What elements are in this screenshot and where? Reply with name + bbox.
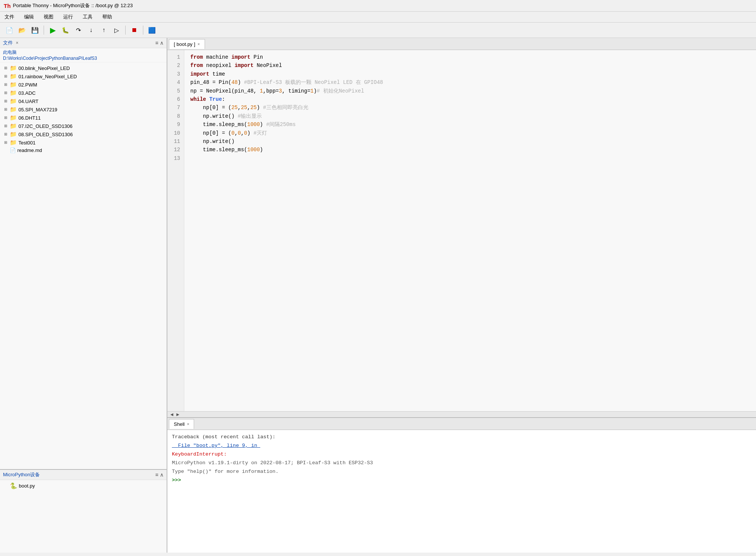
file-tree: ⊞📁00.blink_NeoPixel_LED⊞📁01.rainbow_NeoP… xyxy=(0,62,167,469)
file-panel-icons: ≡ ∧ xyxy=(155,40,164,46)
expand-icon[interactable]: ⊞ xyxy=(3,107,8,112)
device-panel-header: MicroPython设备 ≡ ∧ xyxy=(0,470,167,480)
file-tree-item[interactable]: ⊞📁08.SPI_OLED_SSD1306 xyxy=(0,130,167,138)
code-content[interactable]: from machine import Pinfrom neopixel imp… xyxy=(184,50,756,411)
code-token-comment: # 初始化NeoPixel xyxy=(317,88,364,94)
debug-button[interactable]: 🐛 xyxy=(60,24,71,36)
code-token-comment: #三色相同即亮白光 xyxy=(260,105,308,111)
shell-content[interactable]: Traceback (most recent call last): File … xyxy=(167,430,756,553)
file-tree-item[interactable]: ⊞📁01.rainbow_NeoPixel_LED xyxy=(0,72,167,81)
code-token-kw: import xyxy=(190,71,209,77)
code-token-kw: while xyxy=(190,96,206,102)
file-tree-item[interactable]: ⊞📁06.DHT11 xyxy=(0,114,167,122)
file-panel-expand-icon[interactable]: ∧ xyxy=(160,40,164,46)
file-panel-close[interactable]: × xyxy=(16,40,18,46)
this-computer-label[interactable]: 此电脑 D:\Works\Code\ProjectPythonBananaPIL… xyxy=(0,48,167,62)
expand-icon[interactable]: ⊞ xyxy=(3,115,8,120)
code-token-normal: , xyxy=(235,130,238,136)
code-token-num: 1000 xyxy=(247,122,260,128)
expand-icon[interactable]: ⊞ xyxy=(3,90,8,96)
device-panel-menu-icon[interactable]: ≡ xyxy=(155,472,158,478)
run-button[interactable]: ▶ xyxy=(47,24,58,36)
shell-link[interactable]: File "boot.py", line 9, in xyxy=(172,443,260,448)
file-tree-item[interactable]: ⊞📁03.ADC xyxy=(0,89,167,97)
tab-close-icon[interactable]: × xyxy=(197,42,200,46)
code-token-comment: #BPI-Leaf-S3 板载的一颗 NeoPixel LED 在 GPIO48 xyxy=(241,79,383,85)
line-number: 8 xyxy=(167,112,184,120)
editor-tab-boot-py[interactable]: [ boot.py ] × xyxy=(169,39,205,49)
device-tree-item[interactable]: ⊞🐍boot.py xyxy=(0,482,167,490)
code-token-normal: ,bpp= xyxy=(263,88,279,94)
menu-item-视图[interactable]: 视图 xyxy=(42,13,55,21)
expand-icon[interactable]: ⊞ xyxy=(3,123,8,129)
expand-icon[interactable]: ⊞ xyxy=(3,82,8,87)
device-panel-header-left: MicroPython设备 xyxy=(3,471,40,478)
scroll-left-icon[interactable]: ◀ xyxy=(169,412,175,417)
file-tree-item[interactable]: ⊞📁05.SPI_MAX7219 xyxy=(0,105,167,114)
code-line: while True: xyxy=(190,95,750,103)
horizontal-scrollbar[interactable]: ◀ ▶ xyxy=(167,411,756,417)
expand-icon[interactable]: ⊞ xyxy=(3,140,8,145)
code-token-normal: ) xyxy=(247,130,250,136)
file-tree-item[interactable]: ⊞📁02.PWM xyxy=(0,81,167,89)
line-number: 5 xyxy=(167,87,184,95)
step-into-button[interactable]: ↓ xyxy=(85,24,97,36)
code-token-num: 0 xyxy=(231,130,234,136)
file-panel-title[interactable]: 文件 xyxy=(3,39,13,46)
code-token-normal: ) xyxy=(260,147,263,153)
menu-item-编辑[interactable]: 编辑 xyxy=(23,13,35,21)
code-line: from neopixel import NeoPixel xyxy=(190,61,750,70)
save-button[interactable]: 💾 xyxy=(29,24,41,36)
device-panel-expand-icon[interactable]: ∧ xyxy=(160,472,164,478)
tab-label: [ boot.py ] xyxy=(174,41,195,47)
code-token-normal: np[0] = ( xyxy=(190,130,231,136)
device-tree: ⊞🐍boot.py xyxy=(0,480,167,553)
code-token-normal: , timing= xyxy=(282,88,311,94)
tree-item-label: 05.SPI_MAX7219 xyxy=(18,107,57,112)
code-token-normal: ) xyxy=(257,105,260,111)
menu-item-文件[interactable]: 文件 xyxy=(3,13,16,21)
new-button[interactable]: 📄 xyxy=(4,24,15,36)
expand-icon[interactable]: ⊞ xyxy=(3,132,8,137)
device-panel: MicroPython设备 ≡ ∧ ⊞🐍boot.py xyxy=(0,470,167,553)
file-tree-item[interactable]: ⊞📁Test001 xyxy=(0,138,167,147)
menu-item-帮助[interactable]: 帮助 xyxy=(101,13,114,21)
expand-icon[interactable]: ⊞ xyxy=(3,65,8,71)
expand-icon[interactable]: ⊞ xyxy=(3,99,8,104)
device-item-label: boot.py xyxy=(19,483,35,489)
scroll-right-icon[interactable]: ▶ xyxy=(175,412,181,417)
code-line: from machine import Pin xyxy=(190,53,750,61)
shell-error-text: KeyboardInterrupt: xyxy=(172,451,227,457)
code-line: import time xyxy=(190,70,750,78)
flag-button[interactable]: 🟦 xyxy=(146,24,158,36)
tree-item-label: readme.md xyxy=(17,147,42,153)
menu-item-工具[interactable]: 工具 xyxy=(81,13,94,21)
stop-button[interactable]: ⏹ xyxy=(129,24,140,36)
menu-item-运行[interactable]: 运行 xyxy=(62,13,74,21)
file-tree-item[interactable]: ⊞📁04.UART xyxy=(0,97,167,105)
device-panel-title[interactable]: MicroPython设备 xyxy=(3,471,40,478)
file-tree-item[interactable]: ⊞📁00.blink_NeoPixel_LED xyxy=(0,64,167,72)
line-number: 12 xyxy=(167,146,184,154)
file-tree-item[interactable]: ⊞📁07.I2C_OLED_SSD1306 xyxy=(0,122,167,130)
shell-normal-text: Traceback (most recent call last): xyxy=(172,434,275,440)
code-token-normal: machine xyxy=(203,54,232,60)
shell-tab-close-icon[interactable]: × xyxy=(187,422,189,426)
line-number: 7 xyxy=(167,103,184,112)
folder-icon: 📁 xyxy=(10,123,17,129)
code-token-num: 1 xyxy=(260,88,263,94)
code-area: 12345678910111213 from machine import Pi… xyxy=(167,50,756,411)
shell-prompt[interactable]: >>> xyxy=(172,477,184,483)
step-out-button[interactable]: ↑ xyxy=(98,24,109,36)
main-layout: 文件 × ≡ ∧ 此电脑 D:\Works\Code\ProjectPython… xyxy=(0,38,756,553)
expand-icon[interactable]: ⊞ xyxy=(3,74,8,79)
device-panel-icons: ≡ ∧ xyxy=(155,472,164,478)
file-tree-item[interactable]: ⊞📄readme.md xyxy=(0,147,167,154)
resume-button[interactable]: ▷ xyxy=(111,24,122,36)
open-button[interactable]: 📂 xyxy=(17,24,28,36)
file-panel-menu-icon[interactable]: ≡ xyxy=(155,40,158,46)
folder-icon: 📁 xyxy=(10,139,17,146)
code-token-num: 0 xyxy=(244,130,247,136)
step-over-button[interactable]: ↷ xyxy=(73,24,84,36)
shell-tab[interactable]: Shell × xyxy=(169,419,194,429)
